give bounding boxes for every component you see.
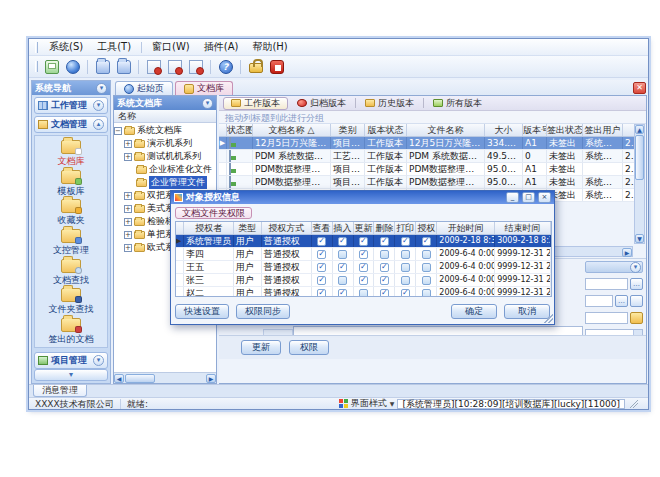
tree-node-root[interactable]: −系统文档库 [114,124,216,137]
column-header-版本状态[interactable]: 版本状态 [365,124,407,136]
permission-checkbox[interactable] [338,276,347,285]
tree-node-演示机系列[interactable]: +演示机系列 [114,137,216,150]
sidebar-pin-button[interactable]: ▾ [96,83,107,94]
tree-node-企业管理文件[interactable]: 企业管理文件 [114,176,216,189]
scroll-down-icon[interactable]: ▼ [635,234,644,243]
perm-column-header-授权者[interactable]: 授权者 [184,222,234,234]
column-header-类别[interactable]: 类别 [331,124,365,136]
toolbar-button-mail-del[interactable] [186,58,205,76]
sidebar-group-work[interactable]: 工作管理 ▾ [34,97,108,114]
group-work-expand-button[interactable]: ▾ [93,100,104,111]
column-header-大小[interactable]: 大小 [485,124,523,136]
ok-button[interactable]: 确定 [451,304,497,319]
sidebar-item-文控管理[interactable]: 文控管理 [35,228,107,258]
collapse-icon[interactable]: − [114,127,122,135]
tree-node-测试机机系列[interactable]: +测试机机系列 [114,150,216,163]
tree-node-企业标准化文件[interactable]: 企业标准化文件 [114,163,216,176]
expand-icon[interactable]: + [124,192,132,200]
column-header-文档名称[interactable]: 文档名称 △ [253,124,331,136]
permission-checkbox[interactable] [359,289,368,298]
clear-button[interactable] [630,295,643,307]
group-project-expand-button[interactable]: ▾ [93,355,104,366]
doc-table-vertical-scrollbar[interactable]: ▲ ▼ [634,124,645,244]
table-row[interactable]: PDM数据整理方案2.doc项目文档工作版本PDM数据整理方案2.doc95.0… [219,176,635,189]
column-header-文件名称[interactable]: 文件名称 [407,124,485,136]
sidebar-item-签出的文档[interactable]: 签出的文档 [35,317,107,347]
permission-checkbox[interactable] [338,289,347,298]
table-row[interactable]: PDM 系统数据整理检...工艺文档工作版本PDM 系统数据整理...49.50… [219,150,635,163]
perm-column-header-删除[interactable]: 删除 [374,222,395,234]
permission-checkbox[interactable] [359,250,368,259]
properties-collapse-button[interactable]: ▾ [630,262,641,273]
style-dropdown-icon[interactable]: ▼ [390,400,395,407]
toolbar-grip[interactable] [35,61,38,72]
vertical-scroll-thumb[interactable] [635,135,644,180]
permission-row[interactable]: 李四用户普通授权2009-6-4 0:00:009999-12-31 23:59… [176,248,551,261]
permission-checkbox[interactable] [380,237,389,246]
column-header-签出状态[interactable]: 签出状态 [547,124,583,136]
sidebar-item-模板库[interactable]: 模板库 [35,169,107,199]
version-tab-工作版本[interactable]: 工作版本 [223,97,288,110]
expand-icon[interactable]: + [124,244,132,252]
permission-checkbox[interactable] [401,289,410,298]
permission-checkbox[interactable] [380,289,389,298]
sidebar-group-project[interactable]: 项目管理 ▾ [34,352,108,369]
column-header-签出用户[interactable]: 签出用户 [583,124,623,136]
toolbar-button-lock[interactable] [246,58,265,76]
expand-icon[interactable]: + [124,218,132,226]
toolbar-button-folder-view[interactable] [114,58,133,76]
dialog-close-button[interactable]: × [538,192,551,203]
property-input-3[interactable] [585,312,628,324]
permission-row[interactable]: 张三用户普通授权2009-6-4 0:00:009999-12-31 23:59… [176,274,551,287]
permission-checkbox[interactable] [338,250,347,259]
version-tab-历史版本[interactable]: 历史版本 [358,97,421,110]
sidebar-more-button[interactable]: ▾ [34,369,108,381]
dialog-minimize-button[interactable]: _ [506,192,519,203]
permission-button[interactable]: 权限 [289,340,329,355]
permission-checkbox[interactable] [317,289,326,298]
column-header-状态图[interactable]: 状态图 [227,124,253,136]
resize-grip-icon[interactable] [630,400,638,408]
dialog-title-bar[interactable]: 对象授权信息 _ □ × [171,191,554,204]
permission-checkbox[interactable] [359,276,368,285]
tree-scroll-thumb[interactable] [125,374,155,383]
expand-icon[interactable]: + [124,205,132,213]
permission-checkbox[interactable] [359,237,368,246]
folder-add-button[interactable] [630,312,643,324]
table-row[interactable]: PDM数据整理方案.doc项目文档工作版本PDM数据整理方案.doc95.00K… [219,163,635,176]
version-tab-归档版本[interactable]: 归档版本 [290,97,353,110]
perm-column-header-插入[interactable]: 插入 [333,222,354,234]
perm-column-header-授权[interactable]: 授权 [416,222,437,234]
perm-column-header-类型[interactable]: 类型 [234,222,262,234]
permission-checkbox[interactable] [422,237,431,246]
tree-name-column-header[interactable]: 名称 [114,110,216,123]
tree-scroll-right-icon[interactable]: ▶ [206,374,216,383]
permission-row[interactable]: 赵二用户普通授权2009-6-4 0:00:009999-12-31 23:59… [176,287,551,297]
toolbar-button-exit[interactable] [267,58,286,76]
property-input-2[interactable] [585,295,613,307]
perm-column-header-indicator[interactable] [176,222,184,234]
toolbar-button-mail-new[interactable] [144,58,163,76]
permission-checkbox[interactable] [338,263,347,272]
permission-checkbox[interactable] [422,276,431,285]
version-tab-所有版本[interactable]: 所有版本 [426,97,489,110]
menu-item[interactable]: 窗口(W) [146,39,196,55]
permission-checkbox[interactable] [338,237,347,246]
sidebar-group-document[interactable]: 文档管理 ▴ [34,116,108,133]
column-header-版本号[interactable]: 版本号 [523,124,547,136]
tab-start-page[interactable]: 起始页 [115,81,173,95]
tree-horizontal-scrollbar[interactable]: ◀ ▶ [114,372,216,383]
property-input-1[interactable] [585,278,628,290]
permission-checkbox[interactable] [317,276,326,285]
menu-item[interactable]: 系统(S) [43,39,89,55]
perm-column-header-开始时间[interactable]: 开始时间 [437,222,495,234]
sidebar-item-收藏夹[interactable]: 收藏夹 [35,198,107,228]
permission-checkbox[interactable] [317,263,326,272]
dialog-tab-folder-permissions[interactable]: 文档文件夹权限 [175,207,252,219]
perm-column-header-打印[interactable]: 打印 [395,222,416,234]
permission-checkbox[interactable] [422,263,431,272]
group-doc-collapse-button[interactable]: ▴ [93,119,104,130]
menu-item[interactable]: 插件(A) [198,39,245,55]
toolbar-button-folder-open[interactable] [93,58,112,76]
quick-set-button[interactable]: 快速设置 [175,304,229,319]
